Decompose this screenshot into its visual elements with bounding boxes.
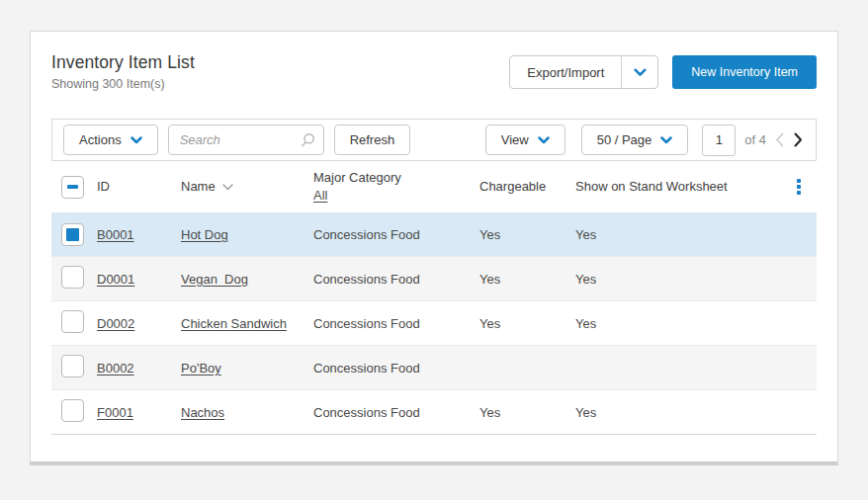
row-checkbox[interactable] — [61, 399, 84, 422]
pagination-nav — [775, 132, 805, 147]
chargeable-cell: Yes — [479, 227, 575, 242]
item-name-link[interactable]: Hot Dog — [181, 227, 228, 242]
table-row[interactable]: B0002 Po'Boy Concessions Food — [51, 346, 817, 390]
chargeable-cell: Yes — [479, 272, 575, 287]
per-page-dropdown-button[interactable]: 50 / Page — [581, 125, 689, 155]
show-on-stand-cell: Yes — [575, 272, 781, 287]
major-category-cell: Concessions Food — [313, 405, 479, 420]
row-checkbox[interactable] — [61, 355, 84, 377]
view-dropdown-button[interactable]: View — [485, 125, 565, 155]
search-field — [168, 125, 324, 155]
item-name-link[interactable]: Po'Boy — [181, 361, 221, 375]
actions-label: Actions — [79, 132, 122, 147]
refresh-button[interactable]: Refresh — [334, 125, 411, 155]
row-checkbox[interactable] — [61, 310, 84, 333]
show-on-stand-cell: Yes — [575, 405, 781, 420]
export-import-label: Export/Import — [510, 56, 621, 88]
item-count-text: Showing 300 Item(s) — [51, 77, 195, 91]
major-category-cell: Concessions Food — [313, 361, 479, 375]
card-header: Inventory Item List Showing 300 Item(s) … — [31, 32, 837, 91]
inventory-list-card: Inventory Item List Showing 300 Item(s) … — [30, 31, 838, 465]
item-name-link[interactable]: Vegan_Dog — [181, 272, 248, 287]
search-input[interactable] — [168, 125, 324, 155]
per-page-label: 50 / Page — [597, 132, 652, 147]
item-id-link[interactable]: D0002 — [97, 316, 134, 331]
item-name-link[interactable]: Chicken Sandwich — [181, 316, 287, 331]
item-name-link[interactable]: Nachos — [181, 405, 224, 420]
previous-page-icon[interactable] — [775, 132, 784, 147]
table-row[interactable]: D0001 Vegan_Dog Concessions Food Yes Yes — [51, 257, 817, 301]
name-header-label: Name — [181, 178, 216, 196]
header-buttons: Export/Import New Inventory Item — [509, 55, 817, 89]
item-id-link[interactable]: B0002 — [97, 361, 134, 375]
page-total-text: of 4 — [744, 132, 766, 147]
page-title: Inventory Item List — [51, 52, 195, 73]
table-row[interactable]: B0001 Hot Dog Concessions Food Yes Yes — [51, 212, 817, 257]
chargeable-cell: Yes — [479, 316, 575, 331]
column-header-id: ID — [97, 178, 181, 196]
view-label: View — [501, 132, 529, 147]
item-id-link[interactable]: B0001 — [97, 227, 134, 242]
column-header-name[interactable]: Name — [181, 178, 313, 196]
column-header-show-on-stand: Show on Stand Worksheet — [575, 178, 781, 196]
chargeable-cell: Yes — [479, 405, 575, 420]
column-header-major-category: Major Category All — [313, 169, 479, 204]
new-inventory-item-button[interactable]: New Inventory Item — [672, 55, 817, 89]
major-category-cell: Concessions Food — [313, 316, 479, 331]
show-on-stand-cell: Yes — [575, 316, 781, 331]
row-checkbox[interactable] — [61, 266, 84, 289]
chevron-down-icon — [130, 136, 142, 144]
table-row[interactable]: D0002 Chicken Sandwich Concessions Food … — [51, 301, 817, 346]
column-header-chargeable: Chargeable — [479, 178, 575, 196]
table-row[interactable]: F0001 Nachos Concessions Food Yes Yes — [51, 390, 817, 435]
major-category-cell: Concessions Food — [313, 272, 479, 287]
major-category-cell: Concessions Food — [313, 227, 479, 242]
row-checkbox[interactable] — [61, 223, 84, 246]
sort-chevron-icon — [222, 184, 233, 191]
export-import-button[interactable]: Export/Import — [509, 55, 658, 89]
chevron-down-icon[interactable] — [621, 56, 657, 88]
column-options-kebab-icon[interactable] — [789, 176, 809, 198]
page-number-input[interactable] — [702, 125, 736, 156]
show-on-stand-cell: Yes — [575, 227, 781, 242]
major-category-all-filter-link[interactable]: All — [313, 187, 327, 205]
toolbar: Actions Refresh View 50 / Page — [51, 119, 817, 161]
actions-dropdown-button[interactable]: Actions — [63, 125, 158, 155]
major-category-header-label: Major Category — [313, 169, 472, 187]
title-block: Inventory Item List Showing 300 Item(s) — [51, 52, 195, 91]
select-all-checkbox[interactable] — [61, 176, 84, 199]
refresh-label: Refresh — [350, 132, 395, 147]
inventory-table: ID Name Major Category All Chargeable Sh… — [51, 161, 817, 435]
chevron-down-icon — [538, 136, 550, 144]
chevron-down-icon — [660, 136, 672, 144]
table-header-row: ID Name Major Category All Chargeable Sh… — [51, 161, 817, 212]
item-id-link[interactable]: D0001 — [97, 272, 134, 287]
item-id-link[interactable]: F0001 — [97, 405, 133, 420]
next-page-icon[interactable] — [794, 132, 803, 147]
